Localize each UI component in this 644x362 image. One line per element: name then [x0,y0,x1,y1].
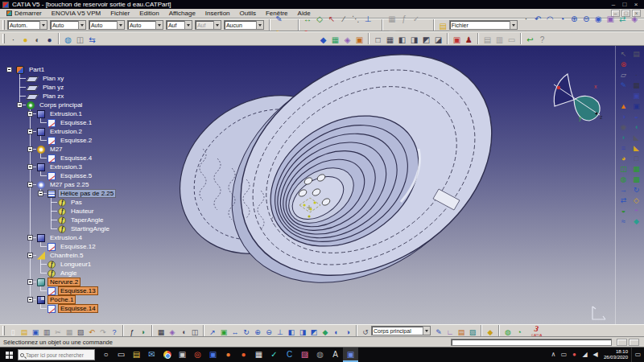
publish-icon[interactable]: ◈ [629,14,641,25]
body-in-work-combo[interactable]: Corps principal [371,326,431,335]
circ-pattern-icon[interactable]: ◍ [617,175,630,184]
word-icon[interactable]: ▣ [205,348,221,362]
calculator-icon[interactable]: ▦ [251,348,266,362]
wireframe-mode-icon[interactable]: □ [372,35,384,46]
tree-expander[interactable] [27,146,33,152]
tree-item-chanfrein-5[interactable]: Chanfrein.5 [37,251,85,260]
check-rule-icon[interactable]: ✓ [410,14,422,25]
tree-item-poche-1[interactable]: Poche.1 [37,295,76,304]
slot-icon[interactable]: ◗ [617,133,630,142]
tree-item-nervure-2[interactable]: Nervure.2 [37,278,80,286]
menu-insertion[interactable]: Insertion [200,9,235,19]
select-icon[interactable]: ↖ [617,49,630,59]
graphic-properties-combo-3[interactable]: Auto [89,20,125,30]
tree-expander[interactable] [27,253,33,258]
perspective-mode-icon[interactable]: ◨ [408,35,420,46]
tree-expander[interactable] [27,164,33,170]
menu-fichier[interactable]: Fichier [105,9,134,19]
store-icon[interactable]: ▣ [175,348,190,362]
hidden-icons-chevron[interactable]: ∧ [548,348,559,362]
tree-item-esquisse-1[interactable]: Esquisse.1 [47,118,94,127]
compass[interactable]: x y z [550,70,606,123]
tree-item-esquisse-5[interactable]: Esquisse.5 [47,171,94,180]
edge-fillet-icon[interactable]: ◕ [617,154,630,163]
tree-item-pas[interactable]: Pas [58,198,85,207]
collab-sync-icon[interactable]: ⇆ [86,35,98,46]
menu-edition[interactable]: Edition [134,9,163,19]
tree-expander[interactable] [27,129,33,134]
maximize-button[interactable]: □ [619,1,630,9]
tree-item-angle[interactable]: Angle [47,269,79,278]
rect-pattern-icon[interactable]: ▦ [630,164,642,174]
tree-item-h-lice-pas-de-2-25[interactable]: Hélice pas de 2.25 [47,189,116,198]
mail-icon[interactable]: ✉ [144,348,159,362]
scale-icon[interactable]: ◇ [630,195,642,205]
minimize-button[interactable]: – [608,1,619,9]
line-tool-icon[interactable]: ∕ [338,14,350,25]
pdm-query-icon[interactable]: ▤ [481,35,493,46]
search-input[interactable] [24,352,89,358]
translate-icon[interactable]: → [617,185,630,195]
camera-icon[interactable]: ◐ [31,35,43,46]
combo-dropdown-icon[interactable] [256,21,263,29]
combo-dropdown-icon[interactable] [184,21,192,29]
menu-outils[interactable]: Outils [235,9,261,19]
help-icon[interactable]: ? [536,35,548,46]
point-tool-icon[interactable]: · [630,70,642,80]
menu-enovia-v5-vpm[interactable]: ENOVIA V5 VPM [47,9,105,19]
paint-app-icon[interactable]: ▨ [297,348,312,362]
shaded-sphere-icon[interactable]: ◉ [592,14,605,25]
toolbar-handle[interactable] [2,326,5,335]
tree-expander[interactable] [27,111,33,117]
tree-expander[interactable] [27,279,33,285]
tree-item-extrusion-4[interactable]: Extrusion.4 [37,233,85,242]
drafting-workbench-icon[interactable]: ▣ [353,35,365,46]
select-arrow-icon[interactable]: ↖ [326,14,338,25]
shading-mode-icon[interactable]: ▦ [384,35,396,46]
pan-tool-icon[interactable]: ↔ [302,14,314,25]
analysis-workbench-icon[interactable]: ◈ [341,35,353,46]
file-folder-icon[interactable]: ▤ [437,21,449,32]
graphic-properties-combo-5[interactable]: Auf [166,20,192,30]
notification-center-icon[interactable]: ▭ [631,348,644,362]
knowledge-icon[interactable]: ▦ [386,14,398,25]
sketcher-icon[interactable]: ✎ [617,80,630,90]
environment-icon[interactable]: ◫ [74,35,86,46]
graphic-properties-combo-2[interactable]: Auto [50,20,86,30]
status-button-1[interactable] [617,339,627,346]
combo-dropdown-icon[interactable] [78,21,85,29]
tree-item-esquisse-4[interactable]: Esquisse.4 [47,154,94,162]
scene-icon[interactable]: ● [43,35,56,46]
copy-graphic-properties-icon[interactable]: ✎ [273,14,285,25]
pdm-status-icon[interactable]: ▭ [506,35,518,46]
combo-dropdown-icon[interactable] [117,21,124,29]
lighting-mode-icon[interactable]: ◩ [420,35,432,46]
graphic-properties-combo-4[interactable]: Auto [127,20,163,30]
remove-boolean-icon[interactable]: ◓ [630,206,642,216]
dot-tool-icon[interactable]: · [520,14,532,25]
tree-item-hauteur[interactable]: Hauteur [58,207,96,216]
frame-icon[interactable]: ▣ [605,14,617,25]
draft-angle-icon[interactable]: ▲ [617,101,630,111]
pad-icon[interactable]: ▣ [630,91,642,101]
toolbar-handle[interactable] [2,34,5,43]
link-manager-icon[interactable]: ⇄ [617,14,629,25]
exit-workbench-icon[interactable]: ⊗ [617,60,630,69]
taskbar-search[interactable] [18,349,95,360]
pocket-icon[interactable]: ▣ [630,101,642,111]
taskbar-clock[interactable]: 18:10 26/03/2020 [601,349,630,360]
opera-icon[interactable]: ◎ [190,348,205,362]
tree-item-part1[interactable]: Part1 [16,65,47,74]
dark-app-icon[interactable]: ◍ [312,348,328,362]
assemble-boolean-icon[interactable]: ◒ [617,206,630,216]
return-workbench-icon[interactable]: ↩ [524,35,536,46]
plane-tool-icon[interactable]: ▱ [617,70,630,80]
rotate-icon[interactable]: ↻ [630,185,642,195]
tree-item-extrusion-3[interactable]: Extrusion.3 [37,162,85,171]
formula-icon[interactable]: ƒ [398,14,410,25]
tree-item-esquisse-14[interactable]: Esquisse.14 [47,304,98,313]
chamfer-icon[interactable]: ◣ [630,143,642,153]
zoom-out-lens-icon[interactable]: ⊖ [580,14,592,25]
rib-icon[interactable]: ◖ [630,122,642,132]
catalog-browser-icon[interactable]: ▤ [630,49,642,59]
